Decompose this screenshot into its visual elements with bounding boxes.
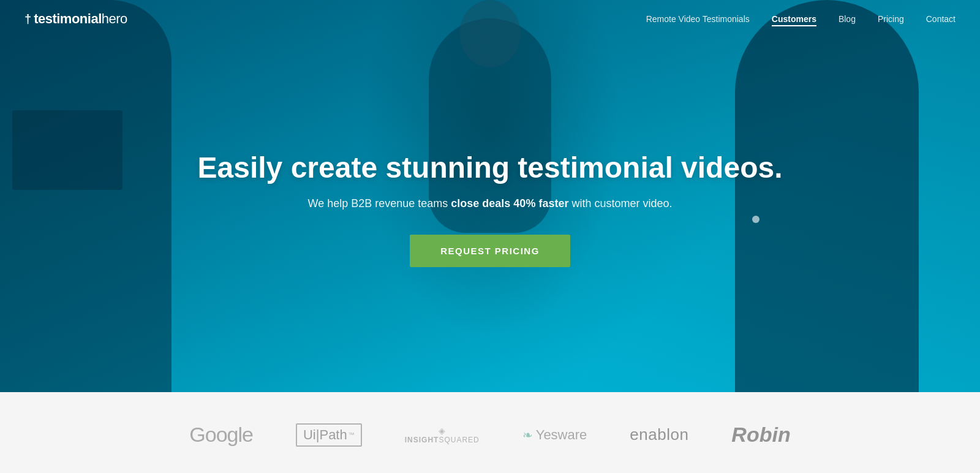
insightsquared-icon: ◈ (439, 426, 445, 436)
nav-link-pricing[interactable]: Pricing (878, 14, 904, 24)
nav-item-pricing[interactable]: Pricing (878, 13, 904, 25)
uipath-tm: ™ (349, 431, 355, 438)
logos-section: Google Ui|Path ™ ◈ INSIGHTSQUARED ❧ Yesw… (0, 392, 980, 473)
nav-item-customers[interactable]: Customers (772, 13, 816, 25)
logo-item-yesware: ❧ Yesware (522, 427, 587, 443)
logo[interactable]: † testimonialhero (24, 11, 127, 27)
nav-item-blog[interactable]: Blog (839, 13, 856, 25)
logo-text: testimonialhero (34, 11, 127, 27)
hero-subtitle-suffix: with customer video. (568, 197, 672, 210)
hero-title: Easily create stunning testimonial video… (198, 151, 783, 184)
insightsquared-text: INSIGHTSQUARED (405, 436, 480, 444)
nav-links: Remote Video Testimonials Customers Blog… (646, 13, 956, 25)
nav-item-remote[interactable]: Remote Video Testimonials (646, 13, 750, 25)
yesware-logo: ❧ Yesware (522, 427, 587, 443)
cta-button[interactable]: REQUEST PRICING (410, 235, 570, 267)
nav-link-contact[interactable]: Contact (926, 14, 956, 24)
logo-item-enablon: enablon (630, 425, 688, 444)
logo-item-google: Google (189, 423, 253, 447)
google-logo-text: Google (189, 423, 253, 447)
nav-item-contact[interactable]: Contact (926, 13, 956, 25)
nav-link-customers[interactable]: Customers (772, 14, 816, 26)
logo-icon: † (24, 12, 31, 26)
logo-item-robin: Robin (731, 423, 790, 447)
enablon-logo-text: enablon (630, 425, 688, 444)
logo-item-insightsquared: ◈ INSIGHTSQUARED (405, 426, 480, 444)
hero-content: Easily create stunning testimonial video… (0, 26, 980, 392)
yesware-mark: ❧ (522, 428, 533, 442)
hero-subtitle-prefix: We help B2B revenue teams (307, 197, 451, 210)
uipath-logo: Ui|Path ™ (296, 423, 362, 447)
insightsquared-logo: ◈ INSIGHTSQUARED (405, 426, 480, 444)
hero-section: † testimonialhero Remote Video Testimoni… (0, 0, 980, 392)
hero-subtitle-bold: close deals 40% faster (451, 197, 568, 210)
logo-item-uipath: Ui|Path ™ (296, 423, 362, 447)
nav-link-remote[interactable]: Remote Video Testimonials (646, 14, 750, 24)
nav-link-blog[interactable]: Blog (839, 14, 856, 24)
yesware-text: Yesware (536, 427, 587, 443)
hero-subtitle: We help B2B revenue teams close deals 40… (307, 197, 672, 210)
uipath-logo-text: Ui|Path (303, 427, 347, 443)
robin-logo-text: Robin (731, 423, 790, 447)
